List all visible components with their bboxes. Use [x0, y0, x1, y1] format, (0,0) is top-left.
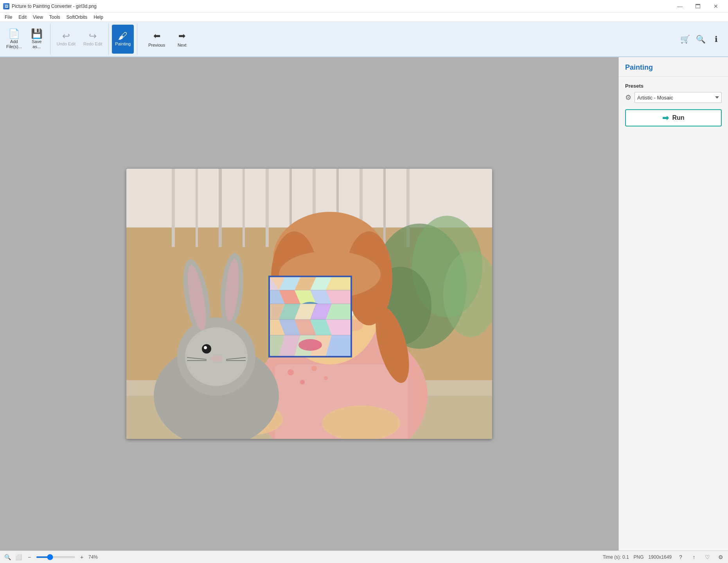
ribbon-right: 🛒 🔍 ℹ	[673, 23, 728, 55]
redo-button[interactable]: ↪ Redo Edit	[80, 25, 105, 54]
next-label: Next	[178, 43, 187, 47]
redo-icon: ↪	[89, 31, 97, 41]
save-as-label: Save as...	[32, 39, 41, 49]
menu-file[interactable]: File	[2, 14, 15, 21]
svg-point-24	[311, 366, 317, 371]
previous-button[interactable]: ⬅ Previous	[144, 25, 170, 54]
preset-select[interactable]: Artistic - Mosaic Oil Painting Watercolo…	[635, 92, 722, 103]
zoom-value: 74%	[88, 554, 98, 560]
undo-icon: ↩	[62, 31, 70, 41]
preset-icon: ⚙	[625, 93, 631, 102]
search-button[interactable]: 🔍	[694, 32, 708, 46]
painting-icon: 🖌	[118, 31, 128, 41]
status-left: 🔍 ⬜ − + 74%	[3, 553, 98, 561]
format-label: PNG	[634, 554, 644, 560]
close-button[interactable]: ✕	[707, 0, 725, 13]
svg-point-55	[210, 355, 222, 362]
status-bar: 🔍 ⬜ − + 74% Time (s): 0.1 PNG 1900x1649 …	[0, 550, 728, 563]
presets-label: Presets	[625, 83, 722, 89]
info-button[interactable]: ℹ	[709, 32, 723, 46]
settings-button[interactable]: ⚙	[716, 553, 725, 561]
svg-point-94	[298, 339, 322, 351]
time-label: Time (s): 0.1	[603, 554, 629, 560]
title-bar: 🖼 Picture to Painting Converter - girl3d…	[0, 0, 728, 13]
zoom-actual-button[interactable]: ⬜	[14, 553, 23, 561]
preset-row: ⚙ Artistic - Mosaic Oil Painting Waterco…	[625, 92, 722, 103]
zoom-minus-button[interactable]: −	[25, 553, 34, 561]
menu-help[interactable]: Help	[90, 14, 106, 21]
run-icon: ➡	[662, 113, 669, 123]
menu-tools[interactable]: Tools	[46, 14, 63, 21]
zoom-slider[interactable]	[36, 556, 75, 558]
svg-point-53	[202, 344, 211, 354]
menu-bar: File Edit View Tools SoftOrbits Help	[0, 13, 728, 22]
share-button[interactable]: ↑	[690, 553, 698, 561]
add-files-label: Add File(s)...	[6, 39, 22, 49]
title-bar-left: 🖼 Picture to Painting Converter - girl3d…	[3, 3, 97, 9]
main-content: Painting Presets ⚙ Artistic - Mosaic Oil…	[0, 57, 728, 550]
undo-button[interactable]: ↩ Undo Edit	[54, 25, 79, 54]
zoom-plus-button[interactable]: +	[77, 553, 86, 561]
cart-button[interactable]: 🛒	[678, 32, 692, 46]
previous-icon: ⬅	[153, 31, 160, 41]
canvas-area[interactable]	[0, 57, 618, 550]
zoom-slider-container	[36, 556, 75, 558]
previous-label: Previous	[148, 43, 165, 47]
undo-label: Undo Edit	[57, 42, 75, 47]
panel-title: Painting	[619, 57, 728, 77]
file-group: 📄 Add File(s)... 💾 Save as...	[0, 23, 50, 55]
maximize-button[interactable]: 🗖	[689, 0, 707, 13]
status-right: Time (s): 0.1 PNG 1900x1649 ? ↑ ♡ ⚙	[603, 553, 725, 561]
like-button[interactable]: ♡	[703, 553, 712, 561]
ribbon: 📄 Add File(s)... 💾 Save as... ↩ Undo Edi…	[0, 22, 728, 57]
svg-point-23	[300, 380, 305, 384]
save-as-button[interactable]: 💾 Save as...	[27, 25, 47, 54]
window-controls: — 🗖 ✕	[671, 0, 725, 13]
photo-canvas	[126, 169, 492, 439]
edit-group: ↩ Undo Edit ↪ Redo Edit	[50, 23, 109, 55]
add-files-button[interactable]: 📄 Add File(s)...	[3, 25, 25, 54]
svg-point-25	[324, 376, 328, 380]
redo-label: Redo Edit	[83, 42, 102, 47]
minimize-button[interactable]: —	[671, 0, 689, 13]
painting-label: Painting	[115, 42, 131, 47]
app-title: Picture to Painting Converter - girl3d.p…	[12, 4, 97, 9]
svg-point-54	[204, 346, 207, 349]
resolution-label: 1900x1649	[649, 554, 672, 560]
add-files-icon: 📄	[8, 29, 20, 38]
save-as-icon: 💾	[31, 29, 43, 38]
menu-softorbits[interactable]: SoftOrbits	[63, 14, 90, 21]
painting-group: 🖌 Painting	[109, 23, 137, 55]
app-icon: 🖼	[3, 3, 9, 9]
help-button[interactable]: ?	[676, 553, 685, 561]
zoom-fit-button[interactable]: 🔍	[3, 553, 12, 561]
run-label: Run	[672, 114, 684, 121]
menu-edit[interactable]: Edit	[15, 14, 30, 21]
panel-section: Presets ⚙ Artistic - Mosaic Oil Painting…	[619, 77, 728, 133]
next-button[interactable]: ➡ Next	[173, 25, 191, 54]
nav-group: ⬅ Previous ➡ Next	[137, 23, 197, 55]
next-icon: ➡	[178, 31, 185, 41]
right-panel: Painting Presets ⚙ Artistic - Mosaic Oil…	[618, 57, 728, 550]
painting-button[interactable]: 🖌 Painting	[112, 25, 134, 54]
menu-view[interactable]: View	[30, 14, 46, 21]
run-button[interactable]: ➡ Run	[625, 109, 722, 126]
svg-point-22	[288, 369, 294, 375]
